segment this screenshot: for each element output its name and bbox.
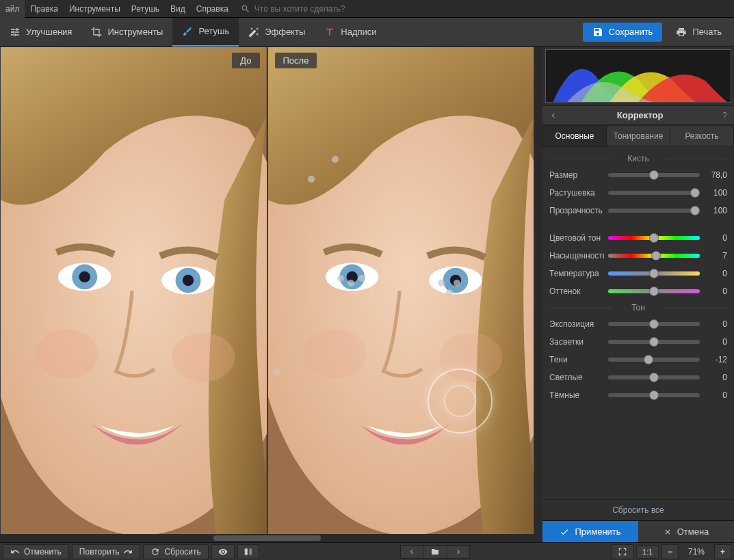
reset-button[interactable]: Сбросить [143,544,208,559]
search-input[interactable] [254,4,391,14]
menu-edit[interactable]: Правка [25,0,64,18]
edit-point[interactable] [348,280,354,286]
slider-thumb[interactable] [649,269,659,278]
slider-track[interactable] [608,340,700,344]
tab-captions[interactable]: Надписи [315,18,386,46]
tab-retouch[interactable]: Ретушь [172,18,239,46]
plus-icon: + [720,547,725,557]
slider-label: Прозрачность [549,206,604,215]
slider-Насыщенность: Насыщенность7 [549,247,727,265]
sliders-icon [10,27,21,38]
chevron-right-icon [454,548,462,556]
cancel-button[interactable]: Отмена [638,521,734,542]
before-pane[interactable]: До [1,47,267,542]
back-icon[interactable] [549,111,558,120]
histogram[interactable] [545,49,731,103]
menu-retouch[interactable]: Ретушь [126,0,165,18]
edit-point[interactable] [358,275,365,282]
edit-point[interactable] [308,176,315,183]
slider-track[interactable] [608,358,700,362]
svg-rect-20 [245,548,248,555]
zoom-out-button[interactable]: − [661,544,679,559]
v-scrollbar[interactable] [534,46,542,542]
menu-file[interactable]: айл [0,0,25,18]
apply-button[interactable]: Применить [542,521,638,542]
menu-view[interactable]: Вид [165,0,191,18]
slider-track[interactable] [608,191,700,195]
browse-button[interactable] [423,545,447,559]
edit-point[interactable] [438,280,445,286]
slider-track[interactable] [608,236,700,240]
reset-all-link[interactable]: Сбросить все [542,499,734,520]
slider-value: 0 [704,233,727,243]
preview-button[interactable] [211,544,235,559]
slider-track[interactable] [608,173,700,177]
menu-help[interactable]: Справка [191,0,234,18]
slider-thumb[interactable] [690,206,700,215]
close-icon [664,528,672,536]
svg-point-4 [79,271,90,282]
after-pane[interactable]: После [268,47,534,542]
slider-Засветки: Засветки0 [549,333,727,351]
panel-tab-toning[interactable]: Тонирование [607,125,670,147]
slider-thumb[interactable] [690,188,700,198]
slider-label: Оттенок [549,286,604,296]
slider-label: Цветовой тон [549,233,604,243]
compare-button[interactable] [237,544,259,559]
slider-thumb[interactable] [649,390,659,400]
redo-button[interactable]: Повторить [72,544,141,559]
slider-thumb[interactable] [649,319,659,329]
help-icon[interactable]: ? [722,111,727,120]
tab-enhance-label: Улучшения [26,27,72,37]
slider-thumb[interactable] [649,233,659,243]
slider-track[interactable] [608,271,700,276]
slider-track[interactable] [608,209,700,213]
svg-rect-21 [249,548,252,555]
next-image-button[interactable] [447,545,470,559]
tab-effects[interactable]: Эффекты [239,18,315,46]
slider-label: Температура [549,269,604,278]
slider-Экспозиция: Экспозиция0 [549,315,727,333]
slider-track[interactable] [608,393,700,397]
slider-thumb[interactable] [651,251,661,261]
svg-point-8 [36,330,99,379]
prev-image-button[interactable] [400,545,423,559]
h-scrollbar[interactable] [0,534,534,542]
slider-thumb[interactable] [649,170,659,180]
slider-Растушевка: Растушевка100 [549,184,727,202]
slider-Размер: Размер78,0 [549,166,727,184]
save-button[interactable]: Сохранить [583,23,663,42]
panel-tab-sharp[interactable]: Резкость [670,125,734,147]
slider-thumb[interactable] [644,355,653,364]
fit-button[interactable] [612,544,633,559]
before-label: До [232,53,259,68]
slider-track[interactable] [608,375,700,379]
section-label: Тон [549,300,727,315]
print-button[interactable]: Печать [668,23,730,42]
edit-point[interactable] [337,275,344,282]
before-image [1,47,267,542]
slider-thumb[interactable] [649,373,659,382]
save-label: Сохранить [609,27,653,37]
tab-tools[interactable]: Инструменты [81,18,172,46]
svg-point-9 [172,333,235,382]
brush-cursor[interactable] [428,369,493,434]
slider-track[interactable] [608,322,700,326]
save-icon [592,27,603,38]
menu-tools[interactable]: Инструменты [64,0,126,18]
slider-thumb[interactable] [649,286,659,296]
slider-Температура: Температура0 [549,265,727,282]
undo-button[interactable]: Отменить [3,544,69,559]
panel-tab-basics[interactable]: Основные [542,125,607,147]
edit-point[interactable] [332,156,339,163]
slider-track[interactable] [608,289,700,293]
slider-track[interactable] [608,254,700,258]
zoom-11-button[interactable]: 1:1 [636,545,659,559]
cancel-label: Отмена [677,526,709,537]
minus-icon: − [668,547,672,557]
edit-point[interactable] [446,289,453,296]
slider-thumb[interactable] [649,337,659,347]
panel-title: Корректор [617,110,664,120]
zoom-in-button[interactable]: + [714,544,731,559]
tab-enhance[interactable]: Улучшения [0,18,81,46]
